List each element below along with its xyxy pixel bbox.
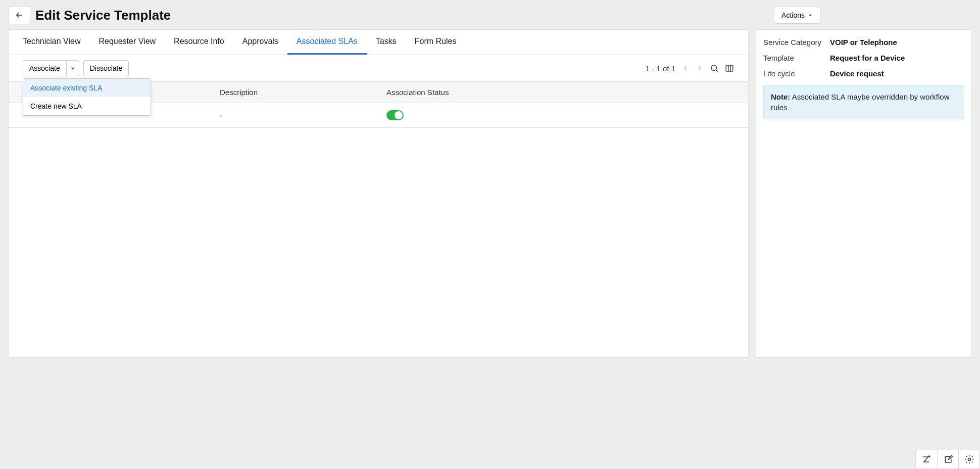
cell-description: - — [220, 111, 386, 120]
note-text: Associated SLA maybe overridden by workf… — [771, 92, 950, 112]
chevron-down-icon — [70, 66, 75, 71]
zia-icon — [921, 454, 932, 464]
column-status: Association Status — [386, 88, 734, 97]
page-title: Edit Service Template — [35, 8, 171, 23]
tab-approvals[interactable]: Approvals — [233, 30, 287, 55]
gear-icon — [964, 454, 974, 464]
svg-point-0 — [711, 65, 717, 71]
search-icon — [710, 64, 719, 73]
tab-tasks[interactable]: Tasks — [367, 30, 406, 55]
info-row-service-category: Service Category VOIP or Telephone — [763, 38, 964, 46]
svg-rect-1 — [726, 65, 733, 71]
main-panel: Technician View Requester View Resource … — [8, 29, 749, 358]
svg-point-3 — [968, 458, 970, 461]
actions-button[interactable]: Actions — [774, 7, 820, 24]
next-page-button[interactable] — [696, 64, 704, 72]
actions-label: Actions — [781, 11, 805, 19]
chevron-down-icon — [808, 13, 813, 18]
svg-point-2 — [929, 456, 930, 457]
info-label: Life cycle — [763, 69, 830, 78]
settings-button[interactable] — [958, 450, 979, 468]
info-row-template: Template Request for a Device — [763, 54, 964, 62]
note-label: Note: — [771, 92, 790, 101]
arrow-left-icon — [15, 11, 24, 20]
associate-dropdown-toggle[interactable] — [66, 60, 79, 76]
info-row-lifecycle: Life cycle Device request — [763, 69, 964, 78]
tabs-row: Technician View Requester View Resource … — [9, 30, 748, 55]
bottom-toolbar — [915, 450, 980, 469]
association-status-toggle[interactable] — [386, 110, 404, 120]
tab-requester-view[interactable]: Requester View — [89, 30, 165, 55]
info-value: VOIP or Telephone — [830, 38, 897, 46]
columns-button[interactable] — [725, 64, 734, 73]
info-value: Request for a Device — [830, 54, 905, 62]
tab-associated-slas[interactable]: Associated SLAs — [287, 30, 367, 55]
dissociate-button[interactable]: Dissociate — [83, 60, 129, 76]
header-row: Edit Service Template Actions — [8, 6, 972, 24]
chevron-left-icon — [681, 64, 690, 72]
tab-form-rules[interactable]: Form Rules — [406, 30, 466, 55]
toolbar-row: Associate Dissociate Associate existing … — [9, 55, 748, 81]
info-label: Service Category — [763, 38, 830, 46]
pagination-text: 1 - 1 of 1 — [646, 64, 675, 73]
zia-button[interactable] — [916, 450, 937, 468]
side-panel: Service Category VOIP or Telephone Templ… — [756, 29, 972, 358]
info-value: Device request — [830, 69, 884, 78]
prev-page-button[interactable] — [681, 64, 690, 72]
compose-icon — [943, 454, 953, 464]
associate-button[interactable]: Associate — [23, 60, 66, 76]
chevron-right-icon — [696, 64, 704, 72]
dropdown-create-new-sla[interactable]: Create new SLA — [23, 97, 151, 115]
search-button[interactable] — [710, 64, 719, 73]
tab-technician-view[interactable]: Technician View — [14, 30, 89, 55]
toggle-knob — [395, 111, 403, 119]
info-label: Template — [763, 54, 830, 62]
compose-button[interactable] — [937, 450, 958, 468]
back-button[interactable] — [8, 6, 30, 24]
tab-resource-info[interactable]: Resource Info — [165, 30, 233, 55]
note-box: Note: Associated SLA maybe overridden by… — [763, 85, 964, 119]
dropdown-associate-existing-sla[interactable]: Associate existing SLA — [23, 79, 151, 97]
associate-dropdown-menu: Associate existing SLA Create new SLA — [23, 78, 151, 116]
column-description: Description — [220, 88, 386, 97]
columns-icon — [725, 64, 734, 73]
